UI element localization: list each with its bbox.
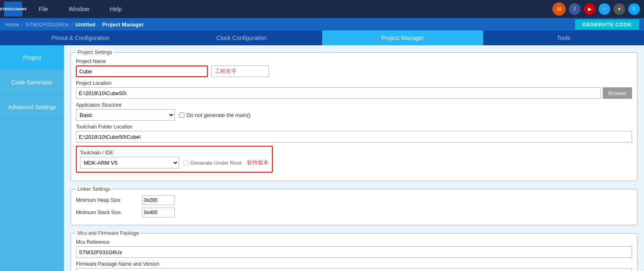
- breadcrumb-bar: Home / STM32F031G6Ux / Untitled - Projec…: [0, 18, 644, 30]
- mcu-firmware-section: Mcu and Firmware Package Mcu Reference F…: [71, 230, 637, 271]
- sidebar-item-project[interactable]: Project: [0, 45, 64, 70]
- toolchain-ide-row: Toolchain / IDE MDK-ARM V5 MDK-ARM V4 EW…: [76, 146, 632, 173]
- toolchain-ide-select[interactable]: MDK-ARM V5 MDK-ARM V4 EWARM SW4STM32 Tru…: [80, 157, 179, 168]
- project-location-input[interactable]: [76, 87, 601, 99]
- chinese-project-name-label: 工程名字: [211, 65, 269, 77]
- breadcrumb-dash: -: [98, 21, 99, 28]
- mcu-ref-input[interactable]: [76, 246, 632, 258]
- generate-code-button[interactable]: GENERATE CODE: [575, 19, 639, 30]
- menu-file[interactable]: File: [39, 6, 48, 12]
- project-location-row: Project Location Browse: [76, 80, 632, 99]
- app-structure-row: Application Structure Basic Advanced Do …: [76, 102, 632, 121]
- breadcrumb-home[interactable]: Home: [5, 21, 19, 28]
- version-badge: 10: [552, 2, 566, 16]
- linker-settings-legend: Linker Settings: [76, 186, 112, 192]
- breadcrumb-project[interactable]: Untitled: [75, 21, 95, 28]
- sidebar-item-advanced-settings[interactable]: Advanced Settings: [0, 95, 64, 119]
- toolchain-ide-box: Toolchain / IDE MDK-ARM V5 MDK-ARM V4 EW…: [76, 146, 273, 173]
- mcu-ref-label: Mcu Reference: [76, 239, 632, 245]
- toolchain-ide-label: Toolchain / IDE: [80, 150, 269, 156]
- fw-package-row: Firmware Package Name and Version: [76, 261, 632, 271]
- tab-pinout[interactable]: Pinout & Configuration: [0, 30, 161, 45]
- do-not-generate-main-checkbox[interactable]: [179, 112, 184, 118]
- tab-project-manager[interactable]: Project Manager: [322, 30, 484, 45]
- project-settings-legend: Project Settings: [76, 49, 114, 55]
- app-structure-select[interactable]: Basic Advanced: [76, 109, 175, 121]
- youtube-icon[interactable]: ▶: [584, 3, 595, 15]
- do-not-generate-main-checkbox-label[interactable]: Do not generate the main(): [179, 112, 250, 118]
- project-name-input-row: 工程名字: [76, 65, 632, 77]
- project-settings-section: Project Settings Project Name 工程名字 Proje…: [71, 49, 637, 181]
- linker-settings-section: Linker Settings Minimum Heap Size Minimu…: [71, 186, 637, 225]
- app-structure-input-row: Basic Advanced Do not generate the main(…: [76, 109, 632, 121]
- breadcrumb-sep1: /: [22, 21, 24, 28]
- twitter-icon[interactable]: 🐦: [599, 3, 610, 15]
- fw-package-label: Firmware Package Name and Version: [76, 261, 632, 267]
- browse-button[interactable]: Browse: [603, 87, 632, 99]
- project-name-input[interactable]: [76, 65, 208, 77]
- min-heap-label: Minimum Heap Size: [76, 197, 138, 203]
- sidebar-item-code-generator[interactable]: Code Generator: [0, 70, 64, 95]
- generate-root-checkbox: [183, 160, 189, 166]
- tab-clock[interactable]: Clock Configuration: [161, 30, 323, 45]
- main-layout: Project Code Generator Advanced Settings…: [0, 45, 644, 271]
- top-header: STM32 CubeMX File Window Help 10 f ▶ 🐦 ✦…: [0, 0, 644, 18]
- network-icon[interactable]: ✦: [613, 3, 625, 15]
- nav-menu: File Window Help: [39, 6, 552, 12]
- mcu-firmware-legend: Mcu and Firmware Package: [76, 230, 141, 236]
- app-logo: STM32 CubeMX: [4, 2, 22, 16]
- project-name-label: Project Name: [76, 58, 632, 64]
- min-stack-input[interactable]: [142, 208, 175, 217]
- social-icons: 10 f ▶ 🐦 ✦ S: [552, 2, 640, 16]
- breadcrumb-sep2: /: [71, 21, 73, 28]
- content-area: Project Settings Project Name 工程名字 Proje…: [64, 45, 644, 271]
- min-stack-row: Minimum Stack Size: [76, 208, 632, 217]
- menu-window[interactable]: Window: [69, 6, 90, 12]
- tab-tools[interactable]: Tools: [484, 30, 644, 45]
- generate-root-label[interactable]: Generate Under Root: [183, 160, 241, 166]
- project-location-label: Project Location: [76, 80, 632, 86]
- sidebar: Project Code Generator Advanced Settings: [0, 45, 64, 271]
- toolchain-folder-label: Toolchain Folder Location: [76, 124, 632, 130]
- min-stack-label: Minimum Stack Size: [76, 210, 138, 215]
- breadcrumb-mcu[interactable]: STM32F031G6Ux: [26, 21, 69, 28]
- location-input-row: Browse: [76, 87, 632, 99]
- toolchain-inner-row: MDK-ARM V5 MDK-ARM V4 EWARM SW4STM32 Tru…: [80, 157, 269, 168]
- tab-bar: Pinout & Configuration Clock Configurati…: [0, 30, 644, 45]
- facebook-icon[interactable]: f: [569, 3, 580, 15]
- toolchain-folder-row: Toolchain Folder Location: [76, 124, 632, 143]
- toolchain-folder-input[interactable]: [76, 131, 632, 143]
- menu-help[interactable]: Help: [110, 6, 122, 12]
- mcu-ref-row: Mcu Reference: [76, 239, 632, 258]
- min-heap-row: Minimum Heap Size: [76, 195, 632, 205]
- st-icon[interactable]: S: [628, 3, 640, 15]
- chinese-software-label: 软件版本: [247, 159, 269, 166]
- logo-area: STM32 CubeMX: [4, 2, 22, 16]
- fw-package-input[interactable]: [76, 268, 632, 271]
- min-heap-input[interactable]: [142, 195, 175, 205]
- breadcrumb-section: Project Manager: [102, 21, 144, 28]
- app-structure-label: Application Structure: [76, 102, 632, 108]
- project-name-row: Project Name 工程名字: [76, 58, 632, 77]
